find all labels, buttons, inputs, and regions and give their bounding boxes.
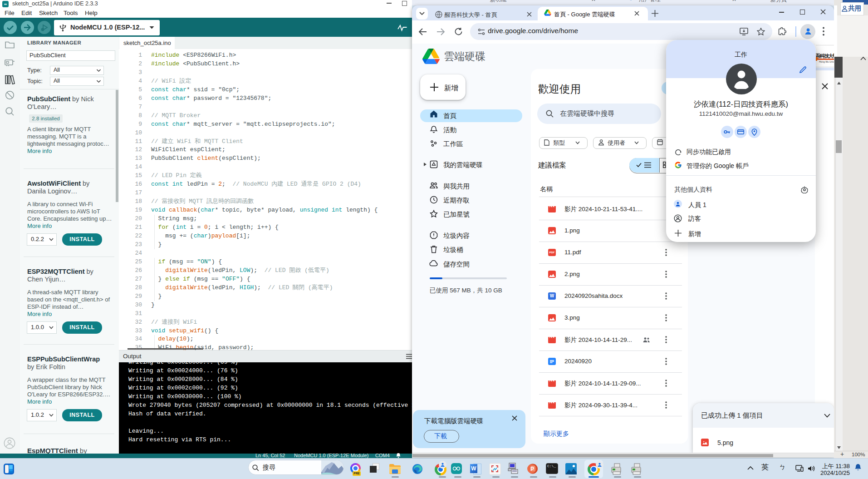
svg-text:P: P xyxy=(530,466,534,472)
